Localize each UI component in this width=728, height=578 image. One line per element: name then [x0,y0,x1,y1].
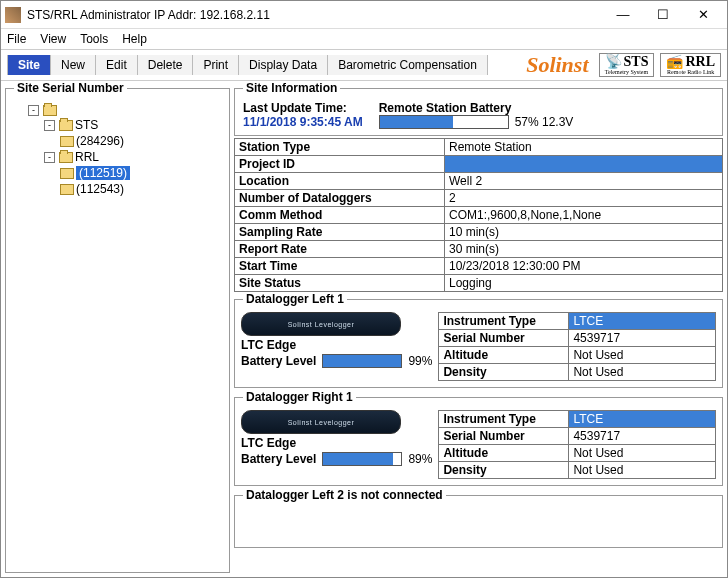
dl2-battery-text: 89% [408,452,432,466]
new-button[interactable]: New [51,55,96,75]
table-row: Number of Dataloggers2 [235,190,723,207]
station-battery-label: Remote Station Battery [379,101,574,115]
expand-icon[interactable]: - [28,105,39,116]
property-value: 4539717 [569,428,716,445]
property-key: Project ID [235,156,445,173]
site-information-group: Site Information Last Update Time: 11/1/… [234,81,723,136]
dl2-legend: Datalogger Right 1 [243,390,356,404]
app-icon [5,7,21,23]
property-value: Not Used [569,364,716,381]
table-row: Start Time10/23/2018 12:30:00 PM [235,258,723,275]
property-key: Location [235,173,445,190]
property-key: Station Type [235,139,445,156]
antenna-icon: 📡 [605,55,622,69]
table-row: Sampling Rate10 min(s) [235,224,723,241]
folder-icon [43,105,57,116]
dl1-battery-bar [322,354,402,368]
property-key: Start Time [235,258,445,275]
property-key: Density [439,364,569,381]
table-row: Instrument TypeLTCE [439,411,716,428]
window-title: STS/RRL Administrator IP Addr: 192.168.2… [27,8,603,22]
station-battery-text: 57% 12.3V [515,115,574,129]
property-key: Instrument Type [439,411,569,428]
folder-icon [60,136,74,147]
property-value: LTCE [569,313,716,330]
table-row: Project ID [235,156,723,173]
minimize-button[interactable]: — [603,2,643,28]
property-key: Sampling Rate [235,224,445,241]
edit-button[interactable]: Edit [96,55,138,75]
last-update-value: 11/1/2018 9:35:45 AM [243,115,363,129]
tree-leaf-112519[interactable]: (112519) [60,166,223,180]
radio-icon: 📻 [666,55,683,69]
dl1-properties-table: Instrument TypeLTCESerial Number4539717A… [438,312,716,381]
property-value: Logging [445,275,723,292]
last-update-label: Last Update Time: [243,101,363,115]
dl2-model: LTC Edge [241,436,432,450]
table-row: Serial Number4539717 [439,428,716,445]
datalogger-left-2-group: Datalogger Left 2 is not connected [234,488,723,548]
property-value: 30 min(s) [445,241,723,258]
property-key: Report Rate [235,241,445,258]
dl2-battery-label: Battery Level [241,452,316,466]
tree-root[interactable]: - [28,105,223,116]
tree-node-sts[interactable]: - STS [44,118,223,132]
menu-view[interactable]: View [40,32,66,46]
device-image: Solinst Levelogger [241,312,401,336]
menu-tools[interactable]: Tools [80,32,108,46]
folder-icon [60,184,74,195]
property-value: COM1:,9600,8,None,1,None [445,207,723,224]
property-key: Altitude [439,445,569,462]
property-value: Not Used [569,445,716,462]
property-value: 2 [445,190,723,207]
table-row: Serial Number4539717 [439,330,716,347]
dl1-battery-text: 99% [408,354,432,368]
print-button[interactable]: Print [193,55,239,75]
property-key: Comm Method [235,207,445,224]
menubar: File View Tools Help [1,29,727,49]
expand-icon[interactable]: - [44,120,55,131]
table-row: Site StatusLogging [235,275,723,292]
property-key: Altitude [439,347,569,364]
tree-leaf-112543[interactable]: (112543) [60,182,223,196]
property-value: LTCE [569,411,716,428]
tree-leaf-284296[interactable]: (284296) [60,134,223,148]
property-value: Not Used [569,462,716,479]
sts-logo: 📡STS Telemetry System [599,53,655,77]
device-image: Solinst Levelogger [241,410,401,434]
tree-node-rrl[interactable]: - RRL [44,150,223,164]
toolbar: Site New Edit Delete Print Display Data … [1,49,727,81]
table-row: Instrument TypeLTCE [439,313,716,330]
dl3-legend: Datalogger Left 2 is not connected [243,488,446,502]
maximize-button[interactable]: ☐ [643,2,683,28]
property-key: Serial Number [439,428,569,445]
menu-file[interactable]: File [7,32,26,46]
property-value: Remote Station [445,139,723,156]
table-row: AltitudeNot Used [439,445,716,462]
dl1-battery-label: Battery Level [241,354,316,368]
property-value [445,156,723,173]
property-value: 10/23/2018 12:30:00 PM [445,258,723,275]
close-button[interactable]: ✕ [683,2,723,28]
solinst-logo: Solinst [522,52,592,78]
property-key: Number of Dataloggers [235,190,445,207]
folder-icon [59,152,73,163]
table-row: DensityNot Used [439,462,716,479]
property-key: Serial Number [439,330,569,347]
property-key: Instrument Type [439,313,569,330]
site-info-legend: Site Information [243,81,340,95]
delete-button[interactable]: Delete [138,55,194,75]
dl2-properties-table: Instrument TypeLTCESerial Number4539717A… [438,410,716,479]
menu-help[interactable]: Help [122,32,147,46]
property-key: Site Status [235,275,445,292]
datalogger-left-1-group: Datalogger Left 1 Solinst Levelogger LTC… [234,292,723,388]
titlebar: STS/RRL Administrator IP Addr: 192.168.2… [1,1,727,29]
display-data-button[interactable]: Display Data [239,55,328,75]
dl1-legend: Datalogger Left 1 [243,292,347,306]
expand-icon[interactable]: - [44,152,55,163]
site-tree[interactable]: - - STS [10,99,225,202]
site-serial-legend: Site Serial Number [14,81,127,95]
barometric-button[interactable]: Barometric Compensation [328,55,488,75]
site-serial-group: Site Serial Number - - [5,81,230,573]
site-button[interactable]: Site [7,55,51,75]
